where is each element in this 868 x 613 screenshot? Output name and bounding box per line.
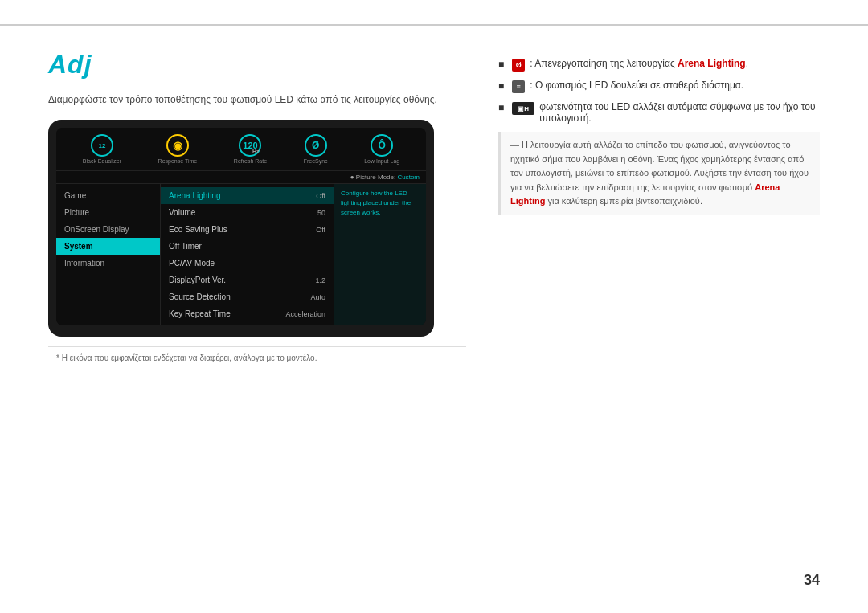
icon-freesync: Ø FreeSync — [304, 134, 328, 164]
icons-bar: 12 Black Equalizer ◉ Response Time 120Hz… — [56, 128, 426, 171]
volume-value: 50 — [317, 209, 326, 217]
bullet-text-3: φωτεινότητα του LED αλλάζει αυτόματα σύμ… — [539, 101, 820, 124]
monitor-mockup: 12 Black Equalizer ◉ Response Time 120Hz… — [48, 120, 434, 337]
icon-black-equalizer: 12 Black Equalizer — [83, 134, 121, 164]
menu-right-key-repeat[interactable]: Key Repeat Time Acceleration — [161, 305, 334, 322]
bullet-icon-1: Ø — [512, 59, 525, 72]
config-panel: Configure how the LED lighting placed un… — [334, 184, 426, 325]
menu-left: Game Picture OnScreen Display System Inf… — [56, 184, 161, 325]
page-number: 34 — [804, 572, 820, 589]
left-panel: Adj Διαμορφώστε τον τρόπο τοποθέτησης το… — [48, 50, 466, 362]
icon-label-black-eq: Black Equalizer — [83, 158, 121, 164]
pcav-label: PC/AV Mode — [169, 259, 215, 268]
displayport-value: 1.2 — [315, 276, 326, 284]
subtitle-text: Διαμορφώστε τον τρόπο τοποθέτησης του φω… — [48, 94, 466, 105]
key-repeat-value: Acceleration — [285, 310, 326, 318]
bullet-text-2: : Ο φωτισμός LED δουλεύει σε σταθερό διά… — [530, 80, 743, 91]
config-text: Configure how the LED lighting placed un… — [341, 190, 411, 216]
picture-mode-value: Custom — [397, 174, 420, 181]
menu-item-onscreen[interactable]: OnScreen Display — [56, 221, 160, 238]
icon-circle-freesync: Ø — [305, 134, 327, 157]
menu-right-volume[interactable]: Volume 50 — [161, 204, 334, 221]
page-title: Adj — [48, 50, 466, 80]
icon-circle-refresh: 120Hz — [239, 134, 261, 157]
menu-right-arena-lighting[interactable]: Arena Lighting Off — [161, 187, 334, 204]
icon-response-time: ◉ Response Time — [158, 134, 198, 164]
arena-lighting-label: Arena Lighting — [169, 191, 221, 200]
eco-saving-label: Eco Saving Plus — [169, 225, 227, 234]
right-panel: ■ Ø : Απενεργοποίηση της λειτουργίας Are… — [498, 50, 820, 362]
icon-label-refresh: Refresh Rate — [234, 158, 267, 164]
key-repeat-label: Key Repeat Time — [169, 309, 231, 318]
source-detection-label: Source Detection — [169, 292, 231, 301]
menu-item-information[interactable]: Information — [56, 255, 160, 272]
menu-right: Arena Lighting Off Volume 50 Eco Saving … — [161, 184, 334, 325]
bullet-item-3: ■ ▣H φωτεινότητα του LED αλλάζει αυτόματ… — [498, 101, 820, 124]
displayport-label: DisplayPort Ver. — [169, 276, 226, 284]
arena-lighting-link-1: Arena Lighting — [678, 58, 746, 69]
off-timer-label: Off Timer — [169, 242, 202, 251]
menu-right-displayport[interactable]: DisplayPort Ver. 1.2 — [161, 272, 334, 288]
sub-note: ― Η λειτουργία αυτή αλλάζει το επίπεδο τ… — [498, 132, 820, 215]
bullet-item-2: ■ ≡ : Ο φωτισμός LED δουλεύει σε σταθερό… — [498, 80, 820, 93]
subnote-end: για καλύτερη εμπειρία βιντεοπαιχνιδιού. — [545, 196, 702, 206]
footnote: * Η εικόνα που εμφανίζεται ενδέχεται να … — [48, 346, 466, 362]
icon-label-response: Response Time — [158, 158, 198, 164]
bullet-icon-2: ≡ — [512, 80, 525, 93]
menu-area: Game Picture OnScreen Display System Inf… — [56, 184, 334, 325]
menu-item-picture[interactable]: Picture — [56, 204, 160, 221]
icon-low-input-lag: Ô Low Input Lag — [364, 134, 399, 164]
picture-mode-badge: ● Picture Mode: Custom — [56, 171, 426, 184]
icon-label-input-lag: Low Input Lag — [364, 158, 399, 164]
menu-right-pcav[interactable]: PC/AV Mode — [161, 255, 334, 272]
monitor-screen: 12 Black Equalizer ◉ Response Time 120Hz… — [56, 128, 426, 325]
bullet-list: ■ Ø : Απενεργοποίηση της λειτουργίας Are… — [498, 58, 820, 124]
menu-item-game[interactable]: Game — [56, 187, 160, 204]
menu-wrapper: Game Picture OnScreen Display System Inf… — [56, 184, 426, 325]
bullet-item-1: ■ Ø : Απενεργοποίηση της λειτουργίας Are… — [498, 58, 820, 72]
volume-label: Volume — [169, 208, 195, 217]
arena-lighting-value: Off — [316, 192, 326, 200]
bullet-text-1: : Απενεργοποίηση της λειτουργίας Arena L… — [530, 58, 748, 69]
menu-right-source-detection[interactable]: Source Detection Auto — [161, 288, 334, 305]
icon-refresh-rate: 120Hz Refresh Rate — [234, 134, 267, 164]
menu-right-off-timer[interactable]: Off Timer — [161, 238, 334, 255]
eco-saving-value: Off — [316, 226, 326, 234]
source-detection-value: Auto — [310, 293, 326, 301]
bullet-icon-3: ▣H — [512, 102, 534, 115]
menu-right-eco-saving[interactable]: Eco Saving Plus Off — [161, 221, 334, 238]
icon-circle-response: ◉ — [166, 134, 189, 157]
icon-circle-input-lag: Ô — [371, 134, 393, 157]
menu-item-system[interactable]: System — [56, 238, 160, 255]
subnote-dash: ― — [510, 140, 522, 149]
icon-circle-black-eq: 12 — [91, 134, 113, 157]
icon-label-freesync: FreeSync — [304, 158, 328, 164]
